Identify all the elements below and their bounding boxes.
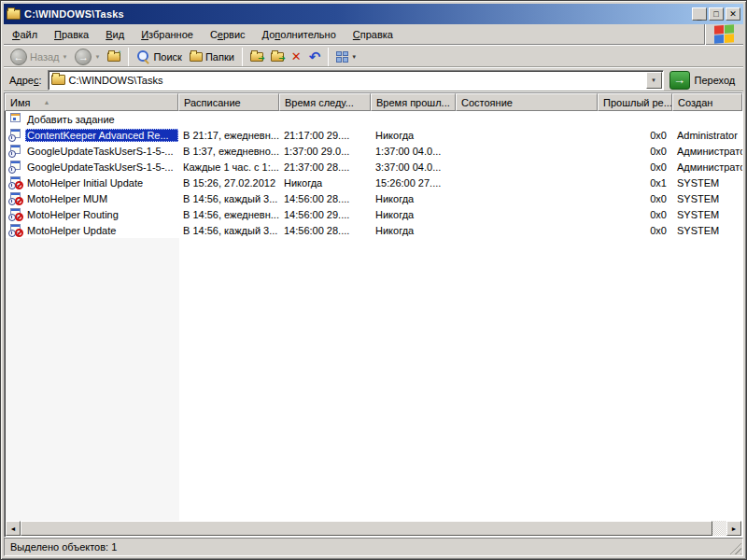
- column-header-next-run[interactable]: Время следу...: [279, 93, 371, 111]
- disabled-task-icon: [8, 192, 23, 205]
- column-header-created[interactable]: Создан: [672, 93, 742, 111]
- address-folder-icon: [51, 75, 65, 85]
- windows-logo: [704, 24, 743, 45]
- column-header-schedule[interactable]: Расписание: [178, 93, 279, 111]
- scrollbar-track[interactable]: [712, 521, 726, 536]
- delete-icon: ✕: [291, 50, 302, 63]
- address-input[interactable]: C:\WINDOWS\Tasks ▼: [48, 70, 664, 91]
- row-googleupdate-2[interactable]: GoogleUpdateTaskUserS-1-5-... Каждые 1 ч…: [5, 159, 742, 175]
- close-button[interactable]: ✕: [726, 7, 740, 21]
- column-header-last-run[interactable]: Время прошл...: [371, 93, 456, 111]
- search-icon: [136, 49, 150, 63]
- go-arrow-icon: →: [673, 73, 685, 87]
- move-to-icon: ➔: [250, 52, 263, 62]
- menu-help[interactable]: Справка: [345, 24, 402, 45]
- disabled-task-icon: [8, 224, 23, 237]
- scroll-left-button[interactable]: ◄: [6, 521, 21, 536]
- scroll-right-icon: ►: [731, 525, 738, 532]
- back-label: Назад: [30, 51, 60, 63]
- minimize-button[interactable]: _: [692, 7, 707, 21]
- column-header-name[interactable]: Имя▲: [5, 93, 178, 111]
- row-contentkeeper[interactable]: ContentKeeper Advanced Re... В 21:17, еж…: [5, 127, 742, 143]
- menu-file[interactable]: Файл: [4, 24, 46, 45]
- menu-tools[interactable]: Сервис: [202, 24, 254, 45]
- task-list: Имя▲ Расписание Время следу... Время про…: [4, 92, 743, 538]
- task-icon: [8, 145, 23, 158]
- go-label: Переход: [695, 75, 736, 86]
- address-label: Адрес:: [9, 75, 42, 86]
- tasks-folder-icon: [7, 9, 21, 20]
- status-text: Выделено объектов: 1: [10, 541, 117, 553]
- delete-button[interactable]: ✕: [289, 47, 304, 67]
- row-motohelper-initial[interactable]: MotoHelper Initial Update В 15:26, 27.02…: [5, 175, 742, 190]
- undo-button[interactable]: ↶: [306, 47, 324, 67]
- row-motohelper-routing[interactable]: MotoHelper Routing В 14:56, ежедневн... …: [5, 206, 742, 222]
- forward-icon: →: [75, 49, 92, 65]
- window-title: C:\WINDOWS\Tasks: [24, 8, 124, 20]
- explorer-window: C:\WINDOWS\Tasks _ □ ✕ Файл Правка Вид И…: [0, 0, 747, 560]
- search-button[interactable]: Поиск: [134, 47, 184, 67]
- address-bar: Адрес: C:\WINDOWS\Tasks ▼ → Переход: [4, 68, 743, 92]
- scroll-left-icon: ◄: [10, 525, 17, 532]
- toolbar-separator: [328, 48, 329, 66]
- undo-icon: ↶: [309, 49, 321, 63]
- task-icon: [8, 129, 23, 142]
- disabled-task-icon: [8, 208, 23, 221]
- up-folder-icon: ↑: [107, 52, 120, 62]
- toolbar-separator: [242, 48, 243, 66]
- sort-asc-icon: ▲: [43, 99, 49, 105]
- toolbar: ← Назад ▼ → ▼ ↑ Поиск Папки ➔ ➔ ✕: [4, 46, 743, 68]
- menu-bar: Файл Правка Вид Избранное Сервис Дополни…: [4, 24, 743, 46]
- resize-grip[interactable]: [729, 542, 741, 554]
- go-button[interactable]: →: [669, 71, 690, 90]
- title-bar: C:\WINDOWS\Tasks _ □ ✕: [4, 4, 743, 24]
- copy-to-icon: ➔: [271, 52, 284, 62]
- row-add-task[interactable]: Добавить задание: [5, 111, 742, 127]
- address-dropdown-button[interactable]: ▼: [646, 72, 662, 89]
- views-button[interactable]: ▼: [333, 47, 359, 67]
- menu-edit[interactable]: Правка: [46, 24, 97, 45]
- disabled-task-icon: [8, 176, 23, 189]
- menu-advanced[interactable]: Дополнительно: [254, 24, 345, 45]
- task-icon: [8, 161, 23, 174]
- row-motohelper-update[interactable]: MotoHelper Update В 14:56, каждый 3... 1…: [5, 222, 742, 238]
- back-icon: ←: [10, 49, 27, 65]
- windows-flag-icon: [714, 24, 735, 45]
- menu-favorites[interactable]: Избранное: [133, 24, 202, 45]
- row-motohelper-mum[interactable]: MotoHelper MUM В 14:56, каждый 3... 14:5…: [5, 190, 742, 206]
- scroll-right-button[interactable]: ►: [726, 521, 741, 536]
- folders-label: Папки: [205, 51, 234, 63]
- column-header-status[interactable]: Состояние: [456, 93, 598, 111]
- name-column-background: [6, 238, 179, 521]
- add-task-icon: [8, 113, 23, 126]
- forward-dropdown-icon[interactable]: ▼: [94, 54, 100, 60]
- views-dropdown-icon[interactable]: ▼: [351, 54, 357, 60]
- toolbar-separator: [128, 48, 129, 66]
- maximize-button[interactable]: □: [709, 7, 724, 21]
- status-pane: Выделено объектов: 1: [4, 538, 743, 556]
- views-icon: [336, 51, 348, 63]
- horizontal-scrollbar[interactable]: ◄ ►: [6, 521, 741, 536]
- forward-button[interactable]: → ▼: [72, 47, 103, 67]
- column-header-last-result[interactable]: Прошлый ре...: [598, 93, 672, 111]
- scrollbar-thumb[interactable]: [21, 521, 712, 536]
- up-button[interactable]: ↑: [105, 47, 123, 67]
- back-dropdown-icon[interactable]: ▼: [63, 54, 68, 60]
- column-headers: Имя▲ Расписание Время следу... Время про…: [5, 93, 742, 111]
- back-button[interactable]: ← Назад ▼: [7, 47, 70, 67]
- address-value: C:\WINDOWS\Tasks: [69, 75, 163, 86]
- menu-view[interactable]: Вид: [97, 24, 133, 45]
- move-to-button[interactable]: ➔: [247, 47, 266, 67]
- folders-icon: [190, 52, 203, 62]
- status-bar: Выделено объектов: 1: [4, 538, 743, 556]
- copy-to-button[interactable]: ➔: [268, 47, 287, 67]
- row-googleupdate-1[interactable]: GoogleUpdateTaskUserS-1-5-... В 1:37, еж…: [5, 143, 742, 159]
- folders-button[interactable]: Папки: [187, 47, 237, 67]
- search-label: Поиск: [153, 51, 181, 63]
